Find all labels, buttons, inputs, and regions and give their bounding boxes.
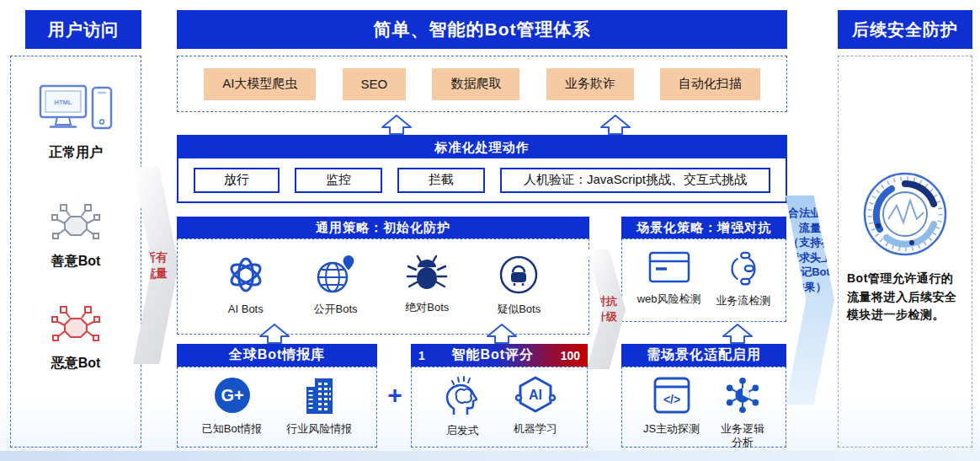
js-probe-icon: </> <box>652 376 691 418</box>
list-item: AI 机器学习 <box>514 374 557 436</box>
up-arrow-icon <box>599 115 631 135</box>
brain-icon <box>441 374 483 420</box>
score-header: 1 智能Bot评分 100 <box>411 344 588 367</box>
intel-title: 全球Bot情报库 <box>177 344 377 367</box>
list-item: 绝对Bots <box>405 255 449 314</box>
action-box: 拦截 <box>397 168 485 193</box>
action-box: 放行 <box>194 168 280 193</box>
list-item: web风险检测 <box>637 251 701 306</box>
plus-sign: + <box>379 381 411 410</box>
standard-actions-list: 放行 监控 拦截 人机验证：JavaScript挑战、交互式挑战 <box>178 158 786 201</box>
score-title: 智能Bot评分 <box>433 346 553 364</box>
svg-text:HTML: HTML <box>55 99 72 106</box>
left-panel-title: 用户访问 <box>25 10 141 49</box>
list-item: 启发式 <box>441 374 483 437</box>
security-gauge-icon <box>839 170 972 258</box>
list-item: G+ 已知Bot情报 <box>202 376 263 436</box>
scenario-enable-title: 需场景化适配启用 <box>621 344 786 367</box>
general-policy-title: 通用策略：初始化防护 <box>177 217 589 239</box>
ai-chip-icon: AI <box>514 374 557 418</box>
svg-text:</>: </> <box>663 393 679 406</box>
list-item: </> JS主动探测 <box>643 376 700 436</box>
scenario-enable-box: </> JS主动探测 <box>621 367 786 448</box>
building-icon <box>300 376 338 418</box>
list-item: 善意Bot <box>11 204 141 271</box>
action-box: 人机验证：JavaScript挑战、交互式挑战 <box>500 168 770 193</box>
list-item: AI Bots <box>226 255 266 316</box>
item-label: 绝对Bots <box>405 301 449 314</box>
threat-box: 数据爬取 <box>432 68 519 100</box>
right-panel-description: Bot管理允许通行的流量将进入后续安全模块进一步检测。 <box>839 258 972 324</box>
right-panel-title: 后续安全防护 <box>838 10 972 49</box>
standard-actions-box: 标准化处理动作 放行 监控 拦截 人机验证：JavaScript挑战、交互式挑战 <box>177 135 787 203</box>
bot-malicious-icon <box>51 306 100 348</box>
item-label: 已知Bot情报 <box>202 422 263 436</box>
list-item: 业务流检测 <box>716 251 770 308</box>
followup-security-panel: Bot管理允许通行的流量将进入后续安全模块进一步检测。 <box>838 56 972 448</box>
up-arrow-icon <box>486 324 518 344</box>
list-item: HTML 正常用户 <box>11 83 141 162</box>
svg-text:AI: AI <box>529 388 542 402</box>
up-arrow-icon <box>722 324 754 344</box>
bot-management-diagram: 用户访问 HTML 正常用户 <box>0 0 980 461</box>
item-label: AI Bots <box>228 303 264 316</box>
threat-box: 业务欺诈 <box>546 68 634 100</box>
action-box: 监控 <box>295 168 382 193</box>
item-label: JS主动探测 <box>643 422 700 436</box>
browser-icon <box>648 251 690 288</box>
item-label: web风险检测 <box>637 292 701 306</box>
standard-actions-title: 标准化处理动作 <box>178 137 786 158</box>
score-min: 1 <box>411 349 433 362</box>
intel-box: G+ 已知Bot情报 <box>177 367 377 448</box>
list-item: 疑似Bots <box>497 255 541 316</box>
devices-icon: HTML <box>39 83 113 137</box>
user-access-panel: HTML 正常用户 <box>10 56 141 448</box>
bot-benign-icon <box>51 204 100 246</box>
suspect-bug-icon <box>498 255 539 298</box>
bottom-accent-bar <box>0 451 980 461</box>
escalation-arrow: 对抗 升级 <box>587 249 626 369</box>
item-label: 正常用户 <box>49 144 103 162</box>
scenario-policy-title: 场景化策略：增强对抗 <box>621 217 786 239</box>
bug-icon <box>406 255 448 297</box>
legal-traffic-arrow: 合法业务 流量 （支持在 请求头上 标记Bot 结果） <box>786 196 834 405</box>
item-label: 启发式 <box>446 424 479 437</box>
svg-text:G+: G+ <box>221 386 243 405</box>
flow-icon <box>725 251 762 290</box>
item-label: 行业风险情报 <box>286 422 352 436</box>
main-title: 简单、智能的Bot管理体系 <box>177 10 787 49</box>
legal-traffic-label: 合法业务 流量 （支持在 请求头上 标记Bot 结果） <box>788 196 832 294</box>
item-label: 善意Bot <box>51 253 101 271</box>
item-label: 机器学习 <box>514 422 557 436</box>
gplus-icon: G+ <box>213 376 252 418</box>
scenario-policy-box: web风险检测 业务流 <box>621 239 786 322</box>
openai-icon <box>226 255 266 298</box>
list-item: 恶意Bot <box>11 306 141 373</box>
threat-box: 自动化扫描 <box>660 68 760 100</box>
list-item: 公开Bots <box>314 255 358 316</box>
all-traffic-label: 所有 流量 <box>144 249 168 281</box>
general-policy-box: AI Bots 公开Bots <box>177 239 589 335</box>
up-arrow-icon <box>381 115 413 135</box>
up-arrow-icon <box>258 324 290 344</box>
item-label: 恶意Bot <box>51 355 101 373</box>
score-max: 100 <box>553 349 588 362</box>
score-box: 启发式 AI 机器学习 <box>411 367 588 448</box>
escalation-label: 对抗 升级 <box>595 294 617 324</box>
item-label: 疑似Bots <box>497 303 541 316</box>
threat-box: SEO <box>343 68 407 100</box>
item-label: 公开Bots <box>314 303 358 316</box>
item-label: 业务流检测 <box>716 294 770 308</box>
network-icon <box>723 376 762 418</box>
item-label: 业务逻辑 分析 <box>721 422 764 450</box>
globe-pin-icon <box>314 255 358 298</box>
list-item: 业务逻辑 分析 <box>721 376 764 450</box>
list-item: 行业风险情报 <box>286 376 352 436</box>
threat-list: AI大模型爬虫 SEO 数据爬取 业务欺诈 自动化扫描 <box>177 56 787 112</box>
threat-box: AI大模型爬虫 <box>204 68 316 100</box>
